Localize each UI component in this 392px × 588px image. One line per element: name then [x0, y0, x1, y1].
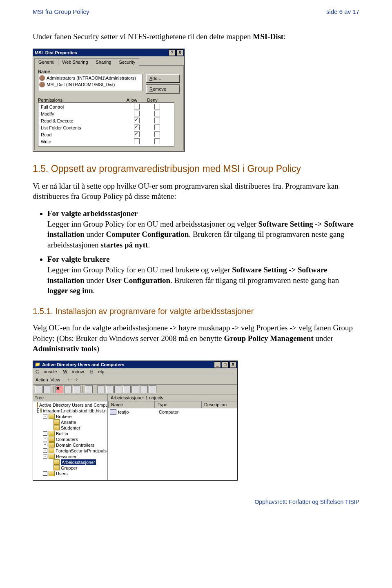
perm-name: Write — [39, 139, 127, 144]
forward-icon[interactable]: ⇨ — [74, 377, 78, 382]
list-pane: Arbeidsstasjoner 1 objects Name Type Des… — [108, 394, 237, 480]
tab-security[interactable]: Security — [115, 58, 139, 66]
menu-view[interactable]: View — [51, 377, 60, 382]
folder-icon — [49, 471, 55, 476]
deny-checkbox[interactable] — [154, 111, 160, 116]
expander-icon[interactable]: + — [43, 471, 47, 476]
menu-window[interactable]: Window — [63, 369, 84, 374]
col-name[interactable]: Name — [108, 401, 155, 408]
aduc-titlebar[interactable]: 📁 Active Directory Users and Computers _… — [33, 361, 237, 368]
list-row[interactable]: testjo Computer — [108, 408, 237, 416]
help-button[interactable]: ? — [169, 49, 176, 56]
properties-dialog: MSI_Dist Properties ? X General Web Shar… — [33, 49, 185, 152]
toolbar-icon[interactable] — [149, 385, 156, 393]
folder-icon — [49, 431, 55, 436]
col-type[interactable]: Type — [155, 401, 201, 408]
tree-node[interactable]: +ForeignSecurityPrincipals — [34, 448, 107, 454]
allow-checkbox[interactable] — [134, 131, 140, 137]
maximize-button[interactable]: □ — [222, 361, 229, 368]
expander-icon[interactable]: + — [43, 437, 47, 441]
menu-action[interactable]: Action — [36, 377, 48, 382]
toolbar-icon[interactable] — [73, 385, 80, 393]
tree-node[interactable]: +Builtin — [34, 431, 107, 437]
toolbar-icon[interactable] — [64, 385, 72, 393]
principals-listbox[interactable]: Administrators (INTRADOM1\Administrators… — [38, 74, 143, 91]
list-item[interactable]: MSI_Dist (INTRADOM1\MSI_Dist) — [39, 81, 141, 88]
menu-console[interactable]: Console — [36, 369, 57, 374]
tree-node[interactable]: -intradom1.nettlab.stud.idb.hist.n — [34, 408, 107, 414]
allow-checkbox[interactable] — [134, 118, 140, 123]
dialog-titlebar[interactable]: MSI_Dist Properties ? X — [33, 49, 184, 56]
folder-icon — [49, 454, 55, 459]
list-item[interactable]: Administrators (INTRADOM1\Administrators… — [39, 75, 141, 81]
separator — [95, 385, 95, 393]
folder-icon — [49, 448, 55, 453]
bullet-users: For valgte brukere Legger inn Group Poli… — [47, 254, 359, 296]
dialog-title: MSI_Dist Properties — [35, 50, 77, 55]
col-description[interactable]: Description — [201, 401, 237, 408]
deny-checkbox[interactable] — [154, 104, 160, 109]
toolbar: ✖ — [33, 385, 237, 394]
deny-checkbox[interactable] — [154, 125, 160, 130]
back-icon[interactable]: ⇦ — [68, 377, 71, 382]
tree-node[interactable]: Active Directory Users and Computer — [34, 402, 107, 408]
expander-icon[interactable]: + — [43, 448, 47, 453]
tree-node[interactable]: -Brukere — [34, 414, 107, 419]
expander-icon[interactable]: - — [37, 408, 39, 413]
toolbar-icon[interactable]: ✖ — [56, 385, 63, 393]
toolbar-icon[interactable] — [123, 385, 131, 393]
perm-row: Read — [39, 131, 173, 138]
aduc-title: Active Directory Users and Computers — [42, 362, 125, 367]
tree-node[interactable]: +Domain Controllers — [34, 442, 107, 448]
toolbar-icon[interactable] — [97, 385, 105, 393]
toolbar-icon[interactable] — [114, 385, 122, 393]
toolbar-icon[interactable] — [140, 385, 148, 393]
allow-checkbox[interactable] — [134, 125, 140, 130]
tree-node-selected[interactable]: Arbeidsstasjoner — [34, 459, 107, 465]
tab-sharing[interactable]: Sharing — [92, 58, 116, 66]
expander-icon[interactable]: - — [43, 454, 47, 459]
toolbar-icon[interactable] — [35, 385, 42, 393]
row-type: Computer — [159, 410, 200, 414]
folder-icon — [49, 442, 55, 448]
tree-node[interactable]: Grupper — [34, 465, 107, 471]
expander-icon[interactable]: + — [43, 443, 47, 447]
perm-row: Read & Execute — [39, 118, 173, 125]
minimize-button[interactable]: _ — [214, 361, 221, 368]
close-button[interactable]: X — [229, 361, 236, 368]
tree-node[interactable]: +Computers — [34, 437, 107, 442]
separator — [82, 385, 83, 393]
section-1-5-1-p: Velg OU-en for de valgte arbeidsstasjone… — [33, 323, 359, 354]
deny-checkbox[interactable] — [154, 118, 160, 123]
tree-node[interactable]: -Ressurser — [34, 454, 107, 459]
allow-checkbox[interactable] — [134, 111, 140, 116]
toolbar-icon[interactable] — [131, 385, 139, 393]
tree-pane: Tree Active Directory Users and Computer… — [33, 394, 108, 480]
deny-checkbox[interactable] — [154, 131, 160, 137]
tree-node[interactable]: +Users — [34, 471, 107, 477]
allow-checkbox[interactable] — [134, 104, 140, 109]
perm-name: Full Control — [39, 105, 127, 109]
header-left: MSI fra Group Policy — [33, 8, 89, 15]
add-button[interactable]: Add... — [146, 74, 180, 83]
close-button[interactable]: X — [176, 49, 183, 56]
remove-button[interactable]: Remove — [146, 85, 180, 94]
folder-icon — [53, 459, 60, 465]
tab-general[interactable]: General — [34, 58, 58, 66]
toolbar-icon[interactable] — [85, 385, 93, 393]
toolbar-icon[interactable] — [106, 385, 114, 393]
expander-icon[interactable]: + — [43, 431, 47, 436]
menu-help[interactable]: Help — [90, 369, 105, 374]
deny-checkbox[interactable] — [154, 138, 160, 144]
col-allow: Allow — [122, 98, 142, 102]
separator — [53, 385, 53, 393]
tab-web-sharing[interactable]: Web Sharing — [58, 58, 92, 66]
tree-node[interactable]: Ansatte — [34, 419, 107, 425]
expander-icon[interactable]: - — [43, 414, 47, 419]
allow-checkbox[interactable] — [134, 138, 140, 144]
toolbar-icon[interactable] — [43, 385, 51, 393]
name-label: Name — [38, 69, 141, 74]
intro-post: : — [283, 32, 285, 41]
tree-node[interactable]: Studenter — [34, 425, 107, 431]
intro-paragraph: Under fanen Security setter vi NTFS-rett… — [33, 31, 359, 42]
